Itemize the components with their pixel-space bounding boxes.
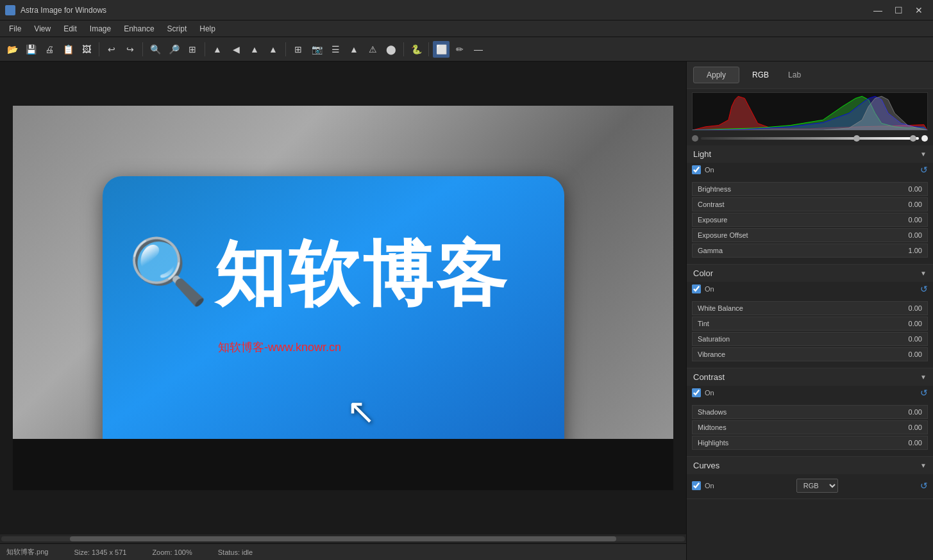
tb-save[interactable]: 💾: [22, 41, 39, 58]
exposure-offset-value[interactable]: 0.00: [895, 229, 927, 242]
section-contrast-on-row: On ↺: [687, 386, 933, 401]
section-color: Color ▼ On ↺ White Balance 0.00 Tint 0.0…: [687, 265, 933, 368]
tb-zoomout[interactable]: 🔎: [165, 41, 182, 58]
section-light-body: Brightness 0.00 Contrast 0.00 Exposure 0…: [687, 178, 933, 264]
section-contrast-header[interactable]: Contrast ▼: [687, 368, 933, 386]
saturation-value[interactable]: 0.00: [895, 333, 927, 345]
hscroll-thumb[interactable]: [70, 536, 617, 541]
section-light-on-row: On ↺: [687, 163, 933, 178]
section-curves: Curves ▼ On RGB Red Green Blue ↺: [687, 457, 933, 499]
shadows-value[interactable]: 0.00: [895, 406, 927, 418]
tb-sep1: [99, 42, 99, 56]
menu-enhance[interactable]: Enhance: [117, 23, 160, 35]
hscroll-track[interactable]: [1, 536, 685, 541]
midtones-label: Midtones: [693, 421, 895, 434]
tb-grid[interactable]: ⊞: [290, 41, 307, 58]
black-bar-bottom: [13, 439, 673, 490]
tb-zoomin[interactable]: 🔍: [147, 41, 164, 58]
white-balance-value[interactable]: 0.00: [895, 302, 927, 315]
close-button[interactable]: ✕: [910, 1, 928, 19]
size-label: Size: 1345 x 571: [74, 548, 126, 556]
contrast-label: Contrast: [693, 198, 895, 211]
tb-mountain4[interactable]: ▲: [265, 41, 282, 58]
tab-rgb[interactable]: RGB: [746, 68, 775, 82]
section-light: Light ▼ On ↺ Brightness 0.00 Contrast 0.…: [687, 145, 933, 265]
tb-print[interactable]: 🖨: [41, 41, 58, 58]
cursor-arrow-icon: ↖: [346, 391, 376, 432]
hist-whitepoint-thumb[interactable]: [910, 135, 916, 142]
color-on-label: On: [705, 285, 714, 293]
menu-edit[interactable]: Edit: [57, 23, 83, 35]
tb-line[interactable]: —: [470, 41, 487, 58]
tb-img[interactable]: 🖼: [78, 41, 95, 58]
app-title: Astra Image for Windows: [21, 6, 864, 15]
exposure-value[interactable]: 0.00: [895, 213, 927, 226]
tb-fit[interactable]: ⊞: [184, 41, 201, 58]
menu-file[interactable]: File: [3, 23, 28, 35]
vibrance-value[interactable]: 0.00: [895, 348, 927, 361]
tb-pen[interactable]: ✏: [451, 41, 468, 58]
histogram-slider[interactable]: [701, 137, 919, 140]
exposure-label: Exposure: [693, 213, 895, 226]
light-reset-button[interactable]: ↺: [920, 165, 928, 175]
hist-black-point[interactable]: [692, 135, 698, 142]
contrast-on-checkbox[interactable]: [692, 388, 701, 397]
color-reset-button[interactable]: ↺: [920, 284, 928, 294]
minimize-button[interactable]: —: [869, 1, 887, 19]
menubar: File View Edit Image Enhance Script Help: [0, 21, 933, 37]
curves-reset-button[interactable]: ↺: [920, 481, 928, 491]
image-canvas[interactable]: 🔍 知软博客 ↖ 知软博客-www.knowr.cn: [13, 106, 673, 490]
param-exposure-offset: Exposure Offset 0.00: [692, 228, 928, 242]
section-curves-header[interactable]: Curves ▼: [687, 457, 933, 474]
light-on-checkbox[interactable]: [692, 165, 701, 174]
vibrance-label: Vibrance: [693, 348, 895, 361]
menu-script[interactable]: Script: [161, 23, 194, 35]
tb-circle[interactable]: ⬤: [383, 41, 399, 58]
chinese-key-text: 知软博客: [215, 227, 510, 323]
param-contrast: Contrast 0.00: [692, 197, 928, 211]
blue-keyboard-key: 🔍 知软博客 ↖: [103, 176, 564, 484]
tb-camera[interactable]: 📷: [308, 41, 325, 58]
tb-mountain2[interactable]: ◀: [228, 41, 244, 58]
tb-mountain1[interactable]: ▲: [209, 41, 226, 58]
horizontal-scrollbar[interactable]: [0, 534, 686, 543]
menu-view[interactable]: View: [28, 23, 57, 35]
section-color-header[interactable]: Color ▼: [687, 265, 933, 282]
contrast-value[interactable]: 0.00: [895, 198, 927, 211]
hist-midpoint-thumb[interactable]: [853, 135, 860, 142]
section-color-body: White Balance 0.00 Tint 0.00 Saturation …: [687, 297, 933, 368]
tb-undo[interactable]: ↩: [103, 41, 120, 58]
section-contrast-arrow: ▼: [920, 374, 927, 381]
tb-warning[interactable]: ⚠: [364, 41, 381, 58]
gamma-value[interactable]: 1.00: [895, 244, 927, 257]
tb-layers[interactable]: ☰: [327, 41, 344, 58]
tb-open[interactable]: 📂: [4, 41, 21, 58]
tb-select[interactable]: ⬜: [433, 41, 450, 58]
hist-white-point[interactable]: [921, 135, 928, 142]
brightness-value[interactable]: 0.00: [895, 183, 927, 195]
watermark-text: 知软博客-www.knowr.cn: [218, 340, 341, 355]
tab-lab[interactable]: Lab: [782, 68, 807, 82]
highlights-value[interactable]: 0.00: [895, 436, 927, 449]
contrast-reset-button[interactable]: ↺: [920, 388, 928, 398]
tb-sep4: [285, 42, 286, 56]
tb-mountain3[interactable]: ▲: [246, 41, 263, 58]
menu-image[interactable]: Image: [83, 23, 117, 35]
color-on-checkbox[interactable]: [692, 284, 701, 293]
maximize-button[interactable]: ☐: [889, 1, 907, 19]
param-exposure: Exposure 0.00: [692, 213, 928, 227]
tint-value[interactable]: 0.00: [895, 317, 927, 330]
curves-channel-select[interactable]: RGB Red Green Blue: [796, 479, 838, 493]
section-light-header[interactable]: Light ▼: [687, 145, 933, 163]
tb-python[interactable]: 🐍: [408, 41, 424, 58]
window-controls: — ☐ ✕: [869, 1, 928, 19]
apply-button[interactable]: Apply: [693, 67, 739, 83]
menu-help[interactable]: Help: [193, 23, 222, 35]
statusbar: 知软博客.png Size: 1345 x 571 Zoom: 100% Sta…: [0, 543, 686, 560]
tb-triangle[interactable]: ▲: [346, 41, 362, 58]
tb-clipboard[interactable]: 📋: [60, 41, 76, 58]
section-contrast: Contrast ▼ On ↺ Shadows 0.00 Midtones 0.…: [687, 368, 933, 457]
tb-redo[interactable]: ↪: [122, 41, 139, 58]
midtones-value[interactable]: 0.00: [895, 421, 927, 434]
curves-on-checkbox[interactable]: [692, 481, 701, 490]
